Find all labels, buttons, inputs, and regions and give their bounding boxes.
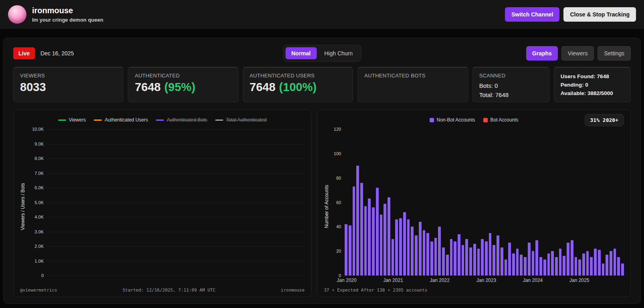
histogram-bar[interactable]: [360, 183, 363, 276]
legend-item-authenticated-bots[interactable]: Authenticated Bots: [156, 117, 207, 123]
viewers-chart-footer: @viewermetrics Started: 12/16/2025, 7:11…: [20, 288, 305, 293]
switch-channel-button[interactable]: Switch Channel: [505, 7, 559, 22]
x-tick-label: Jan 2021: [383, 278, 403, 283]
histogram-bar[interactable]: [462, 245, 464, 276]
histogram-bar[interactable]: [516, 249, 519, 276]
tab-settings[interactable]: Settings: [598, 46, 631, 61]
histogram-bar[interactable]: [415, 235, 418, 276]
y-tick-label: 7.0K: [34, 171, 44, 176]
charts-row: ViewersAuthenticated UsersAuthenticated …: [4, 102, 640, 304]
histogram-bar[interactable]: [356, 166, 359, 276]
legend-item-total-authenticated[interactable]: Total Authenticated: [215, 117, 266, 123]
histogram-bar[interactable]: [621, 263, 624, 276]
histogram-bar[interactable]: [411, 227, 414, 276]
histogram-bar[interactable]: [392, 239, 394, 276]
histogram-bar[interactable]: [426, 233, 429, 276]
histogram-bar[interactable]: [543, 259, 546, 276]
stat-label: AUTHENTICATED BOTS: [364, 73, 461, 79]
account-stats-summary: 37 • Expected After 138 • 2395 accounts: [324, 288, 427, 293]
histogram-bar[interactable]: [473, 244, 476, 276]
histogram-bar[interactable]: [353, 186, 355, 276]
histogram-bar[interactable]: [434, 238, 437, 276]
histogram-bar[interactable]: [376, 188, 379, 276]
histogram-bar[interactable]: [547, 253, 550, 276]
histogram-bar[interactable]: [465, 239, 468, 276]
histogram-bar[interactable]: [489, 233, 492, 276]
histogram-bar[interactable]: [407, 219, 410, 276]
histogram-bar[interactable]: [419, 222, 422, 276]
histogram-bar[interactable]: [571, 240, 573, 276]
histogram-bar[interactable]: [430, 241, 433, 276]
bar-chart-plot-area[interactable]: [345, 129, 624, 276]
histogram-bar[interactable]: [602, 263, 605, 276]
histogram-bar[interactable]: [614, 249, 616, 276]
histogram-bar[interactable]: [497, 235, 499, 276]
histogram-bar[interactable]: [532, 251, 535, 276]
histogram-bar[interactable]: [446, 255, 449, 276]
channel-info: ironmouse Im your cringe demon queen: [32, 6, 103, 23]
histogram-bar[interactable]: [586, 251, 589, 276]
tab-graphs[interactable]: Graphs: [526, 46, 558, 61]
histogram-bar[interactable]: [485, 241, 488, 276]
histogram-bar[interactable]: [454, 241, 456, 276]
histogram-bar[interactable]: [555, 257, 558, 276]
histogram-bar[interactable]: [469, 247, 472, 276]
stat-value: 7648: [250, 81, 276, 93]
histogram-bar[interactable]: [423, 230, 426, 276]
histogram-bar[interactable]: [345, 224, 347, 276]
legend-item-authenticated-users[interactable]: Authenticated Users: [94, 117, 148, 123]
histogram-bar[interactable]: [368, 199, 371, 276]
histogram-bar[interactable]: [349, 225, 351, 276]
histogram-bar[interactable]: [512, 253, 515, 276]
histogram-bar[interactable]: [551, 251, 554, 276]
line-chart-plot-area[interactable]: [47, 129, 305, 276]
histogram-bar[interactable]: [606, 255, 608, 276]
legend-label: Non-Bot Accounts: [437, 117, 475, 123]
histogram-bar[interactable]: [578, 259, 581, 276]
tab-viewers[interactable]: Viewers: [561, 46, 594, 61]
histogram-bar[interactable]: [501, 247, 503, 276]
histogram-bar[interactable]: [535, 240, 538, 276]
histogram-bar[interactable]: [598, 250, 601, 276]
histogram-bar[interactable]: [539, 257, 542, 276]
histogram-bar[interactable]: [594, 249, 597, 276]
histogram-bar[interactable]: [567, 243, 569, 276]
histogram-bar[interactable]: [372, 207, 375, 276]
gridline: [47, 276, 305, 276]
histogram-bar[interactable]: [563, 256, 565, 276]
histogram-bar[interactable]: [505, 259, 507, 276]
histogram-bar[interactable]: [508, 243, 511, 276]
histogram-bar[interactable]: [524, 257, 527, 276]
gridline: [47, 158, 305, 159]
legend-item-non-bot-accounts[interactable]: Non-Bot Accounts: [430, 117, 475, 123]
histogram-bar[interactable]: [384, 204, 386, 276]
histogram-bar[interactable]: [403, 212, 406, 276]
histogram-bar[interactable]: [617, 257, 620, 276]
histogram-bar[interactable]: [438, 227, 441, 276]
histogram-bar[interactable]: [388, 197, 390, 276]
histogram-bar[interactable]: [481, 239, 484, 276]
histogram-bar[interactable]: [477, 249, 480, 276]
legend-item-viewers[interactable]: Viewers: [58, 117, 86, 123]
legend-item-bot-accounts[interactable]: Bot Accounts: [483, 117, 519, 123]
histogram-bar[interactable]: [493, 245, 495, 276]
histogram-bar[interactable]: [582, 253, 585, 276]
histogram-bar[interactable]: [590, 257, 593, 276]
gridline: [47, 203, 305, 203]
mode-normal-button[interactable]: Normal: [285, 47, 317, 59]
histogram-bar[interactable]: [528, 243, 531, 276]
histogram-bar[interactable]: [399, 218, 402, 276]
histogram-bar[interactable]: [380, 215, 383, 276]
histogram-bar[interactable]: [395, 219, 398, 276]
histogram-bar[interactable]: [559, 249, 562, 276]
main-panel: Live Dec 16, 2025 Normal High Churn Grap…: [3, 38, 641, 304]
histogram-bar[interactable]: [458, 234, 460, 276]
histogram-bar[interactable]: [610, 251, 612, 276]
mode-high-churn-button[interactable]: High Churn: [318, 47, 359, 59]
histogram-bar[interactable]: [364, 206, 367, 276]
histogram-bar[interactable]: [450, 239, 453, 276]
histogram-bar[interactable]: [442, 247, 445, 276]
close-stop-tracking-button[interactable]: Close & Stop Tracking: [563, 7, 636, 22]
histogram-bar[interactable]: [520, 255, 523, 276]
histogram-bar[interactable]: [575, 257, 577, 276]
